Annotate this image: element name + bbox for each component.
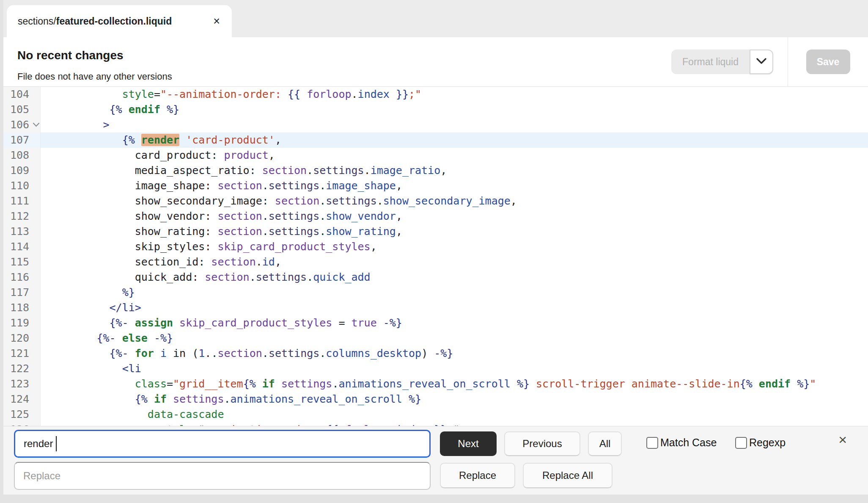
code-text[interactable]: class="grid__item{% if settings.animatio… <box>41 376 816 392</box>
code-line-106[interactable]: 106 > <box>3 117 868 133</box>
line-number: 122 <box>3 361 41 376</box>
match-case-label: Match Case <box>660 437 717 449</box>
line-number: 107 <box>3 133 41 148</box>
save-section: Save <box>788 37 868 86</box>
file-header: No recent changes File does not have any… <box>3 37 868 87</box>
page-title: No recent changes <box>17 48 671 63</box>
code-line-118[interactable]: 118 </li> <box>3 300 868 315</box>
code-text[interactable]: %} <box>41 285 135 300</box>
line-number: 123 <box>3 376 41 392</box>
code-line-116[interactable]: 116 quick_add: section.settings.quick_ad… <box>3 270 868 285</box>
code-text[interactable]: data-cascade <box>41 407 224 422</box>
code-text[interactable]: section_id: section.id, <box>41 254 281 270</box>
line-number: 105 <box>3 102 41 117</box>
code-line-105[interactable]: 105 {% endif %} <box>3 102 868 117</box>
code-text[interactable]: {%- for i in (1..section.settings.column… <box>41 346 453 361</box>
search-input[interactable] <box>14 430 431 458</box>
regexp-label: Regexp <box>749 437 786 449</box>
code-text[interactable]: skip_styles: skip_card_product_styles, <box>41 239 377 254</box>
code-text[interactable]: {% endif %} <box>41 102 179 117</box>
format-liquid-button[interactable]: Format liquid <box>671 50 750 74</box>
line-number: 116 <box>3 270 41 285</box>
code-text[interactable]: style="--animation-order: {{ forloop.ind… <box>41 87 421 102</box>
tab-label: sections/featured-collection.liquid <box>18 16 172 27</box>
editor-window: sections/featured-collection.liquid × No… <box>3 0 868 495</box>
regexp-option[interactable]: Regexp <box>735 437 786 449</box>
replace-button[interactable]: Replace <box>440 463 515 488</box>
code-text[interactable]: {% render 'card-product', <box>41 133 281 148</box>
tab-close-icon[interactable]: × <box>212 16 221 27</box>
find-next-button[interactable]: Next <box>440 431 497 456</box>
code-line-124[interactable]: 124 {% if settings.animations_reveal_on_… <box>3 392 868 407</box>
match-case-option[interactable]: Match Case <box>646 437 717 449</box>
page-subtitle: File does not have any other versions <box>17 71 671 82</box>
code-text[interactable]: {%- assign skip_card_product_styles = tr… <box>41 315 402 331</box>
code-text[interactable]: show_vendor: section.settings.show_vendo… <box>41 209 402 224</box>
replace-all-button[interactable]: Replace All <box>523 463 613 488</box>
line-number: 104 <box>3 87 41 102</box>
code-line-119[interactable]: 119 {%- assign skip_card_product_styles … <box>3 315 868 331</box>
code-text[interactable]: media_aspect_ratio: section.settings.ima… <box>41 163 447 178</box>
line-number: 108 <box>3 148 41 163</box>
code-line-114[interactable]: 114 skip_styles: skip_card_product_style… <box>3 239 868 254</box>
code-line-117[interactable]: 117 %} <box>3 285 868 300</box>
code-line-123[interactable]: 123 class="grid__item{% if settings.anim… <box>3 376 868 392</box>
code-text[interactable]: image_shape: section.settings.image_shap… <box>41 178 402 193</box>
code-line-122[interactable]: 122 <li <box>3 361 868 376</box>
code-text[interactable]: {% if settings.animations_reveal_on_scro… <box>41 392 421 407</box>
line-number: 113 <box>3 224 41 239</box>
code-line-110[interactable]: 110 image_shape: section.settings.image_… <box>3 178 868 193</box>
find-previous-button[interactable]: Previous <box>504 431 580 456</box>
save-button[interactable]: Save <box>806 50 850 74</box>
code-text[interactable]: > <box>41 117 110 133</box>
line-number: 112 <box>3 209 41 224</box>
code-text[interactable]: </li> <box>41 300 141 315</box>
text-cursor <box>56 436 57 451</box>
replace-input[interactable] <box>14 462 431 490</box>
tab-bar: sections/featured-collection.liquid × <box>3 0 868 37</box>
code-text[interactable]: card_product: product, <box>41 148 275 163</box>
find-input-wrap <box>14 430 431 458</box>
version-info: No recent changes File does not have any… <box>3 37 671 86</box>
code-line-111[interactable]: 111 show_secondary_image: section.settin… <box>3 193 868 209</box>
regexp-checkbox[interactable] <box>735 437 747 449</box>
code-text[interactable]: <li <box>41 361 141 376</box>
line-number: 110 <box>3 178 41 193</box>
line-number: 119 <box>3 315 41 331</box>
line-number: 114 <box>3 239 41 254</box>
line-number: 118 <box>3 300 41 315</box>
code-line-126[interactable]: 126 style="--animation-order: {{ forloop… <box>3 422 868 426</box>
line-number: 120 <box>3 331 41 346</box>
line-number: 109 <box>3 163 41 178</box>
code-text[interactable]: show_secondary_image: section.settings.s… <box>41 193 517 209</box>
code-line-121[interactable]: 121 {%- for i in (1..section.settings.co… <box>3 346 868 361</box>
code-text[interactable]: style="--animation-order: {{ forloop.ind… <box>41 422 459 426</box>
line-number: 121 <box>3 346 41 361</box>
code-text[interactable]: show_rating: section.settings.show_ratin… <box>41 224 402 239</box>
code-text[interactable]: quick_add: section.settings.quick_add <box>41 270 371 285</box>
line-number: 126 <box>3 422 41 426</box>
match-case-checkbox[interactable] <box>646 437 658 449</box>
code-line-104[interactable]: 104 style="--animation-order: {{ forloop… <box>3 87 868 102</box>
code-editor[interactable]: 104 style="--animation-order: {{ forloop… <box>3 87 868 426</box>
chevron-down-icon <box>756 58 767 66</box>
code-line-112[interactable]: 112 show_vendor: section.settings.show_v… <box>3 209 868 224</box>
line-number: 117 <box>3 285 41 300</box>
code-line-113[interactable]: 113 show_rating: section.settings.show_r… <box>3 224 868 239</box>
code-line-107[interactable]: 107 {% render 'card-product', <box>3 133 868 148</box>
find-all-button[interactable]: All <box>588 431 622 456</box>
code-line-108[interactable]: 108 card_product: product, <box>3 148 868 163</box>
tab-featured-collection[interactable]: sections/featured-collection.liquid × <box>7 5 232 37</box>
format-liquid-dropdown[interactable] <box>750 50 773 74</box>
line-number: 106 <box>3 117 41 133</box>
line-number: 124 <box>3 392 41 407</box>
format-liquid-group: Format liquid <box>671 37 773 86</box>
close-icon[interactable]: × <box>838 432 847 447</box>
code-line-120[interactable]: 120 {%- else -%} <box>3 331 868 346</box>
fold-chevron-icon[interactable] <box>33 122 40 127</box>
line-number: 111 <box>3 193 41 209</box>
code-line-109[interactable]: 109 media_aspect_ratio: section.settings… <box>3 163 868 178</box>
code-text[interactable]: {%- else -%} <box>41 331 173 346</box>
code-line-125[interactable]: 125 data-cascade <box>3 407 868 422</box>
code-line-115[interactable]: 115 section_id: section.id, <box>3 254 868 270</box>
